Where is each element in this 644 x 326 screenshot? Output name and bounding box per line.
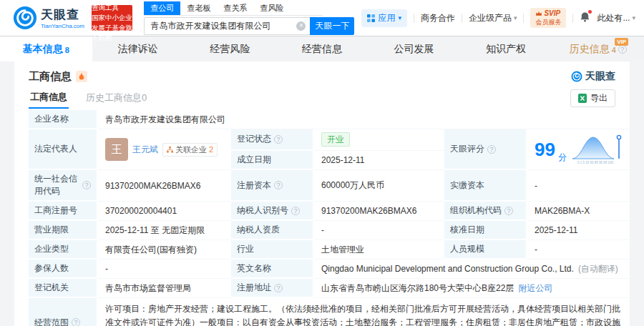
tab-label: 法律诉讼 [118,43,158,56]
tab-count: 4 [612,46,616,54]
field-label: 企业类型 [29,240,98,260]
industry-value: 土地管理业 [314,240,444,260]
score-distribution-chart: 0 1 5 15 50 85 95 99 100 [570,132,627,167]
help-icon[interactable] [274,181,283,189]
subtab-label: 历史工商信息 [86,92,142,103]
tab-label: 历史信息 [570,43,610,56]
account-menu[interactable]: 此处有... ▾ [597,12,635,24]
tab-operation-info[interactable]: 经营信息 [276,36,369,61]
subtab-current-info[interactable]: 工商信息 [29,87,69,109]
help-icon[interactable] [82,181,91,189]
tab-history-info[interactable]: VIP 历史信息 4 [552,36,644,61]
clear-search-icon[interactable]: × [296,21,306,31]
english-name-value: Qingdao Municipal Development and Constr… [314,260,630,279]
establish-date-value: 2025-12-11 [314,151,444,171]
search-tab-risk[interactable]: 查风险 [253,1,290,15]
help-icon[interactable] [618,45,627,54]
search-area: 查公司 查老板 查关系 查风险 × 天眼一下 [144,1,354,35]
org-code-value: MAK26BMA-X [527,202,630,221]
nearby-companies-link[interactable]: 附近公司 [518,282,552,295]
registered-address-value: 山东省青岛市崂山区海尔路180号大荣中心B座22层 附近公司 [314,279,630,298]
tab-company-development[interactable]: 公司发展 [368,36,460,61]
tianyancha-logo[interactable]: 天眼查 TianYanCha.com [13,6,84,30]
chevron-down-icon: ▾ [514,14,517,21]
apps-menu-button[interactable]: 应用 ▾ [361,9,407,27]
export-button[interactable]: 导出 [570,89,615,107]
tianyan-score-cell[interactable]: 99 分 0 1 5 15 50 85 95 99 100 [527,129,630,170]
tab-label: 基本信息 [23,43,63,56]
legal-rep-link[interactable]: 王元斌 [132,144,158,156]
search-button[interactable]: 天眼一下 [310,17,354,35]
watermark-label: 天眼查 [585,70,615,83]
field-label: 注册资本 [231,170,314,202]
divider [572,14,573,23]
help-icon[interactable] [274,284,283,292]
search-input[interactable] [144,17,310,35]
notification-bell-icon[interactable] [580,11,590,24]
org-chart-icon [167,147,173,153]
promo-banner: 都在用的商业查询工具 国家中小企业发展子基金旗下机构 [92,5,132,31]
approval-date-value: 2025-12-11 [527,221,630,240]
taxpayer-qualification-value: - [314,221,444,240]
svip-label: SVIP [544,9,560,19]
business-term-value: 2025-12-11 至 无固定期限 [98,221,231,240]
top-menu: 应用 ▾ 商务合作 企业级产品 ▾ SVIP 会员服务 [361,8,635,28]
brand-name: 天眼查 [41,6,84,23]
status-badge: 开业 [321,132,350,147]
hot-flame-icon [76,71,87,82]
company-info-table: 企业名称 青岛市政开发建设集团有限公司 法定代表人 王 王元斌 关联企业 2 登… [29,110,615,326]
field-label: 企业名称 [29,110,98,129]
section-title: 工商信息 [29,70,72,84]
field-label: 纳税人资质 [231,221,314,240]
tab-intellectual-property[interactable]: 知识产权 [460,36,552,61]
enterprise-product-link[interactable]: 企业级产品 ▾ [469,12,517,24]
field-label: 登记状态 [231,129,314,151]
registration-authority-value: 青岛市市场监督管理局 [98,279,231,298]
notification-dot [588,10,592,14]
badge-label: 关联企业 [175,144,207,155]
tab-label: 公司发展 [394,43,434,56]
search-tab-boss[interactable]: 查老板 [180,1,217,15]
field-label: 英文名称 [231,260,314,279]
tab-operation-risk[interactable]: 经营风险 [184,36,276,61]
brand-domain: TianYanCha.com [41,23,84,29]
related-companies-badge[interactable]: 关联企业 2 [162,143,218,157]
business-cooperation-link[interactable]: 商务合作 [421,12,455,24]
apps-grid-icon [367,14,375,22]
member-service-label: 会员服务 [535,19,561,26]
field-label: 营业期限 [29,221,98,240]
help-icon[interactable] [72,318,80,326]
field-label: 登记机关 [29,279,98,298]
help-icon[interactable] [274,135,283,144]
field-label: 组织机构代码 [444,202,527,221]
help-icon[interactable] [504,207,513,215]
divider [414,14,414,23]
avatar[interactable]: 王 [105,138,128,161]
vip-badge: VIP [615,38,628,46]
svip-member-button[interactable]: SVIP 会员服务 [530,8,566,28]
score-value: 99 [535,140,555,159]
auto-translate-note: (自动翻译) [578,263,618,275]
insured-count-value: - [98,260,231,279]
field-label: 纳税人识别号 [231,202,314,221]
tab-basic-info[interactable]: 基本信息 8 [0,36,92,61]
search-tab-company[interactable]: 查公司 [144,1,180,15]
subtab-history-info[interactable]: 历史工商信息0 [84,88,148,108]
help-icon[interactable] [487,145,496,154]
field-label: 参保人数 [29,260,98,279]
help-icon[interactable] [291,207,300,215]
credit-code-value: 91370200MAK26BMAX6 [98,170,231,202]
field-label: 实缴资本 [444,170,527,202]
business-scope-value: 许可项目：房地产开发经营；建设工程施工。（依法须经批准的项目，经相关部门批准后方… [98,298,630,326]
top-header: 天眼查 TianYanCha.com 都在用的商业查询工具 国家中小企业发展子基… [0,0,644,36]
field-label: 核准日期 [444,221,527,240]
tab-legal-lawsuits[interactable]: 法律诉讼 [92,36,185,61]
company-nav-tabs: 基本信息 8 法律诉讼 经营风险 经营信息 公司发展 知识产权 VIP 历史信息… [0,36,644,61]
search-tab-relation[interactable]: 查关系 [217,1,253,15]
field-label: 成立日期 [231,151,314,171]
registration-number-value: 370200020004401 [98,202,231,221]
legal-rep-cell: 王 王元斌 关联企业 2 [98,129,231,170]
staff-size-value: - [527,240,630,260]
tab-label: 经营风险 [210,43,250,56]
company-type-value: 有限责任公司(国有独资) [98,240,231,260]
